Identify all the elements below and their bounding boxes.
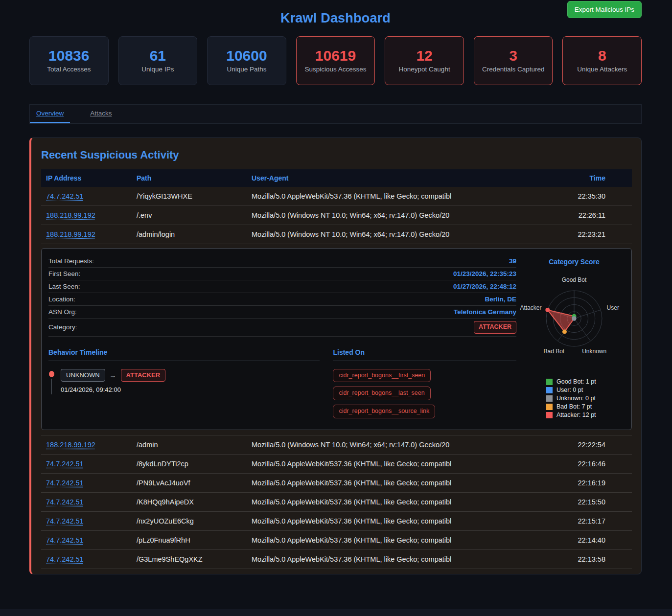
listed-on-badges: cidr_report_bogons__first_seencidr_repor… — [333, 369, 516, 418]
category-label: Category: — [48, 323, 77, 331]
stat-label: Unique Paths — [227, 66, 266, 73]
timeline-timestamp: 01/24/2026, 09:42:00 — [61, 386, 165, 393]
ip-cell: 74.7.242.51 — [41, 531, 132, 550]
path-cell: /nx2yUOZuE6Ckg — [132, 512, 247, 531]
table-row[interactable]: 74.7.242.51/nx2yUOZuE6CkgMozilla/5.0 App… — [41, 512, 632, 531]
path-cell: /admin — [132, 435, 247, 455]
legend-label: User: 0 pt — [556, 387, 583, 393]
table-row[interactable]: 74.7.242.51/PN9LvAcJ4uoVfMozilla/5.0 App… — [41, 474, 632, 493]
tab-overview[interactable]: Overview — [30, 105, 70, 123]
behavior-timeline-section: Behavior Timeline — [48, 348, 320, 418]
table-row[interactable]: 188.218.99.192/admin/loginMozilla/5.0 (W… — [41, 225, 632, 244]
stat-value: 61 — [150, 48, 166, 63]
detail-field-value: 39 — [509, 257, 516, 265]
listed-on-badge[interactable]: cidr_report_bogons__source_link — [333, 405, 435, 418]
table-header: IP Address Path User-Agent Time — [41, 169, 632, 187]
legend-item: Bad Bot: 7 pt — [546, 403, 625, 410]
column-header-user-agent: User-Agent — [247, 169, 532, 187]
path-cell: /YiqykGI13WHXE — [132, 187, 247, 206]
timeline-dot-icon — [49, 371, 54, 377]
radar-axis-label: Good Bot — [562, 276, 587, 283]
radar-axis-label: Attacker — [520, 304, 541, 311]
user-agent-cell: Mozilla/5.0 (Windows NT 10.0; Win64; x64… — [247, 206, 532, 225]
tab-bar: Overview Attacks — [29, 104, 642, 124]
stat-label: Unique Attackers — [577, 66, 627, 73]
column-header-path: Path — [132, 169, 247, 187]
path-cell: /8ykdLnDYTi2cp — [132, 455, 247, 474]
ip-link[interactable]: 74.7.242.51 — [46, 555, 84, 563]
chart-title: Category Score — [524, 258, 625, 266]
legend-item: User: 0 pt — [546, 387, 625, 393]
arrow-right-icon: → — [110, 371, 116, 379]
path-cell: /PN9LvAcJ4uoVf — [132, 474, 247, 493]
ip-link[interactable]: 74.7.242.51 — [46, 192, 84, 200]
time-cell: 22:13:58 — [532, 550, 632, 569]
stat-value: 10600 — [226, 48, 267, 63]
stat-label: Suspicious Accesses — [304, 66, 366, 73]
detail-field-value: 01/27/2026, 22:48:12 — [453, 283, 516, 290]
table-row[interactable]: 74.7.242.51/G3Lme9ShEQgXKZMozilla/5.0 Ap… — [41, 550, 632, 569]
ip-link[interactable]: 188.218.99.192 — [46, 441, 95, 449]
tab-attacks[interactable]: Attacks — [84, 105, 118, 123]
legend-label: Attacker: 12 pt — [556, 411, 596, 418]
time-cell: 22:26:11 — [532, 206, 632, 225]
timeline-to-badge: ATTACKER — [121, 369, 166, 382]
column-header-time: Time — [532, 169, 632, 187]
detail-field-label: Last Seen: — [48, 283, 80, 290]
time-cell: 22:15:50 — [532, 493, 632, 512]
path-cell: /G3Lme9ShEQgXKZ — [132, 550, 247, 569]
detail-field-label: ASN Org: — [48, 308, 77, 316]
ip-link[interactable]: 74.7.242.51 — [46, 517, 84, 525]
stat-label: Total Accesses — [47, 66, 91, 73]
table-row[interactable]: 74.7.242.51/K8HQq9hAipeDXMozilla/5.0 App… — [41, 493, 632, 512]
stat-card-honeypot-caught: 12Honeypot Caught — [385, 36, 464, 85]
ip-link[interactable]: 74.7.242.51 — [46, 536, 84, 544]
stat-label: Unique IPs — [141, 66, 174, 73]
ip-cell: 74.7.242.51 — [41, 512, 132, 531]
export-malicious-ips-button[interactable]: Export Malicious IPs — [567, 1, 642, 18]
category-row: Category: ATTACKER — [48, 319, 516, 337]
radar-data-point — [572, 317, 577, 321]
expanded-detail-row: Total Requests:39First Seen:01/23/2026, … — [41, 244, 632, 435]
stat-card-credentials-captured: 3Credentials Captured — [474, 36, 553, 85]
legend-swatch — [546, 379, 553, 385]
path-cell: /K8HQq9hAipeDX — [132, 493, 247, 512]
table-row[interactable]: 188.218.99.192/adminMozilla/5.0 (Windows… — [41, 435, 632, 455]
detail-field-row: Last Seen:01/27/2026, 22:48:12 — [48, 280, 516, 293]
ip-cell: 188.218.99.192 — [41, 206, 132, 225]
user-agent-cell: Mozilla/5.0 AppleWebKit/537.36 (KHTML, l… — [247, 493, 532, 512]
table-row[interactable]: 74.7.242.51/8ykdLnDYTi2cpMozilla/5.0 App… — [41, 455, 632, 474]
time-cell: 22:22:54 — [532, 435, 632, 455]
detail-field-value: Telefonica Germany — [454, 308, 516, 316]
table-row[interactable]: 74.7.242.51/pLz0Fnua9fRhHMozilla/5.0 App… — [41, 531, 632, 550]
radar-data-point — [545, 308, 550, 312]
ip-link[interactable]: 74.7.242.51 — [46, 479, 84, 487]
stat-label: Credentials Captured — [482, 66, 545, 73]
ip-link[interactable]: 74.7.242.51 — [46, 498, 84, 506]
category-score-chart: Category Score Good BotUserUnknownBad Bo… — [524, 255, 625, 423]
ip-detail-panel: Total Requests:39First Seen:01/23/2026, … — [41, 248, 632, 430]
ip-link[interactable]: 188.218.99.192 — [46, 211, 95, 219]
time-cell: 22:14:40 — [532, 531, 632, 550]
user-agent-cell: Mozilla/5.0 (Windows NT 10.0; Win64; x64… — [247, 435, 532, 455]
legend-swatch — [546, 412, 553, 418]
legend-label: Unknown: 0 pt — [556, 395, 596, 402]
ip-cell: 74.7.242.51 — [41, 493, 132, 512]
listed-on-badge[interactable]: cidr_report_bogons__last_seen — [333, 387, 430, 400]
panel-title: Recent Suspicious Activity — [31, 138, 641, 169]
time-cell: 22:15:17 — [532, 512, 632, 531]
table-row[interactable]: 188.218.99.192/.envMozilla/5.0 (Windows … — [41, 206, 632, 225]
detail-field-label: Total Requests: — [48, 257, 94, 265]
user-agent-cell: Mozilla/5.0 AppleWebKit/537.36 (KHTML, l… — [247, 512, 532, 531]
footer-strip — [0, 609, 672, 616]
stat-card-unique-paths: 10600Unique Paths — [207, 36, 286, 85]
stat-value: 12 — [416, 48, 432, 63]
stat-value: 3 — [509, 48, 517, 63]
dashboard-page: Krawl Dashboard Export Malicious IPs 108… — [0, 0, 672, 574]
table-row[interactable]: 74.7.242.51/YiqykGI13WHXEMozilla/5.0 App… — [41, 187, 632, 206]
radar-chart: Good BotUserUnknownBad BotAttacker — [524, 270, 625, 364]
detail-sub-columns: Behavior Timeline — [48, 348, 516, 418]
listed-on-badge[interactable]: cidr_report_bogons__first_seen — [333, 369, 431, 383]
ip-link[interactable]: 188.218.99.192 — [46, 230, 95, 238]
ip-link[interactable]: 74.7.242.51 — [46, 460, 84, 468]
